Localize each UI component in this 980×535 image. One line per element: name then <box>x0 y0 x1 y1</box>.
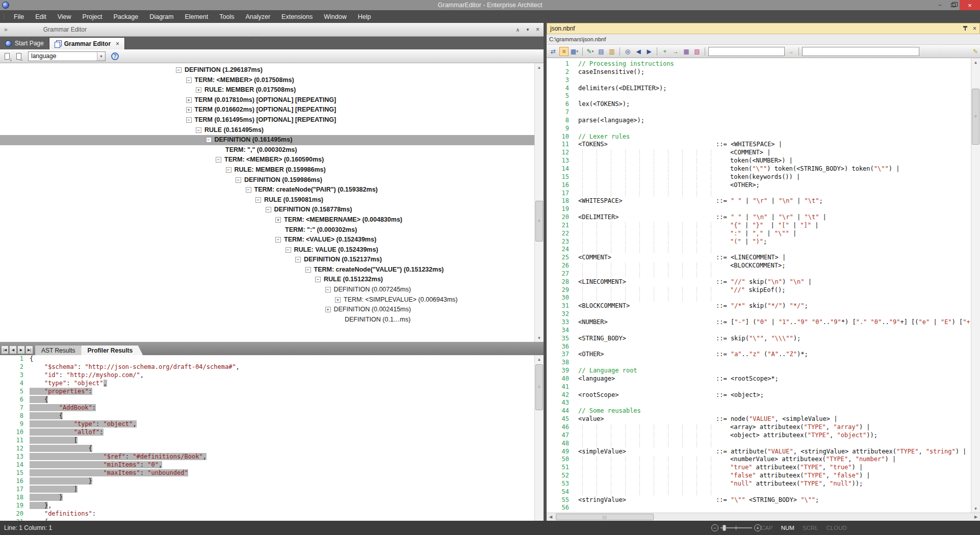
code-scrollbar-thumb[interactable] <box>972 89 979 145</box>
search-input[interactable] <box>708 47 785 56</box>
collapse-icon[interactable]: − <box>236 177 241 183</box>
collapse-icon[interactable]: − <box>246 187 251 193</box>
tree-row[interactable]: +DEFINITION (0.002415ms) <box>0 305 534 315</box>
copy-document-icon[interactable]: ▤ <box>597 47 606 56</box>
panel-collapse-button[interactable]: ∧ <box>516 27 520 33</box>
scroll-down-icon[interactable]: ▼ <box>971 504 980 513</box>
tree-row[interactable]: −DEFINITION (0.007245ms) <box>0 285 534 295</box>
menu-item-file[interactable]: File <box>8 11 30 22</box>
scroll-up-icon[interactable]: ▲ <box>535 63 544 71</box>
tab-grammar-editor[interactable]: Grammar Editor× <box>49 37 125 49</box>
zoom-in-icon[interactable]: + <box>754 524 761 531</box>
tree-row[interactable]: +TERM: <MEMBERNAME> (0.004830ms) <box>0 215 534 225</box>
collapse-icon[interactable]: − <box>266 207 271 212</box>
scroll-right-icon[interactable]: ▶ <box>972 513 980 521</box>
scroll-down-icon[interactable]: ▼ <box>535 334 544 342</box>
tree-row[interactable]: −RULE (0.151232ms) <box>0 275 534 285</box>
collapse-icon[interactable]: − <box>325 287 331 292</box>
tree-row[interactable]: −DEFINITION (0.161495ms) <box>0 135 534 145</box>
panel-close-button[interactable]: × <box>536 26 539 33</box>
dropdown-icon[interactable]: ▼ <box>576 50 579 53</box>
collapse-icon[interactable]: − <box>206 137 212 143</box>
expand-icon[interactable]: + <box>275 217 281 223</box>
tree-row[interactable]: TERM: "," (0.000302ms) <box>0 145 534 155</box>
expand-icon[interactable]: + <box>196 87 201 93</box>
last-tab-button[interactable]: ▶| <box>25 345 33 354</box>
tree-row[interactable]: −RULE (0.159081ms) <box>0 195 534 205</box>
combobox-dropdown-icon[interactable]: ▼ <box>97 52 105 61</box>
zoom-track[interactable] <box>720 527 752 528</box>
line-numbers-icon[interactable]: ≡ <box>559 47 569 56</box>
tree-row[interactable]: +RULE: MEMBER (0.017508ms) <box>0 85 534 95</box>
menu-item-package[interactable]: Package <box>108 11 144 22</box>
tree-scrollbar-thumb[interactable] <box>535 201 543 242</box>
expand-icon[interactable]: + <box>335 297 341 303</box>
paste-document-icon[interactable]: ▥ <box>607 47 616 56</box>
tab-start-page[interactable]: Start Page <box>0 37 49 49</box>
find-previous-icon[interactable]: ◀ <box>634 47 643 56</box>
dropdown-icon[interactable]: ▼ <box>591 50 595 53</box>
tree-row[interactable]: +TERM (0.017810ms) [OPTIONAL] [REPEATING… <box>0 95 534 105</box>
collapse-icon[interactable]: − <box>226 167 231 173</box>
zoom-thumb[interactable] <box>723 525 726 531</box>
tree-row[interactable]: −TERM: createNode("PAIR") (0.159382ms) <box>0 185 534 195</box>
menu-item-extensions[interactable]: Extensions <box>276 11 318 22</box>
scroll-up-icon[interactable]: ▲ <box>535 355 544 363</box>
goto-rule-icon[interactable]: → <box>671 47 680 56</box>
collapse-icon[interactable]: − <box>305 267 311 273</box>
expand-icon[interactable]: + <box>186 97 192 103</box>
tree-row[interactable]: −DEFINITION (1.296187ms) <box>0 65 534 75</box>
tree-row[interactable]: −TERM: <MEMBER> (0.017508ms) <box>0 75 534 86</box>
tree-row[interactable]: +TERM: <SIMPLEVALUE> (0.006943ms) <box>0 295 534 305</box>
tree-row[interactable]: −DEFINITION (0.159986ms) <box>0 175 534 185</box>
tree-row[interactable]: −RULE: MEMBER (0.159986ms) <box>0 165 534 175</box>
expand-icon[interactable]: + <box>186 107 192 113</box>
code-horizontal-scrollbar[interactable]: ◀ ▶ <box>547 513 980 521</box>
menu-item-project[interactable]: Project <box>77 11 108 22</box>
language-combobox[interactable]: language ▼ <box>28 51 106 61</box>
collapse-icon[interactable]: − <box>216 157 221 163</box>
find-next-icon[interactable]: ▶ <box>644 47 654 56</box>
tree-row[interactable]: −TERM: <MEMBER> (0.160590ms) <box>0 155 534 165</box>
export-grammar-icon[interactable]: → <box>14 51 23 61</box>
tree-vertical-scrollbar[interactable]: ▲ ▼ <box>534 63 544 342</box>
tree-row[interactable]: −TERM: createNode("VALUE") (0.151232ms) <box>0 265 534 275</box>
menu-item-window[interactable]: Window <box>318 11 352 22</box>
view-options-icon[interactable]: ▦▼ <box>570 47 579 56</box>
collapse-icon[interactable]: − <box>295 257 301 262</box>
document-close-button[interactable]: × <box>973 25 976 32</box>
tab-profiler-results[interactable]: Profiler Results <box>81 345 143 355</box>
tree-row[interactable]: −TERM: <VALUE> (0.152439ms) <box>0 235 534 245</box>
go-button[interactable]: → <box>786 47 795 56</box>
collapse-icon[interactable]: − <box>315 277 321 282</box>
menu-item-tools[interactable]: Tools <box>214 11 240 22</box>
collapse-icon[interactable]: − <box>186 117 192 123</box>
source-vertical-scrollbar[interactable]: ▲ ▼ <box>534 355 544 526</box>
command-input[interactable] <box>802 47 919 56</box>
grid-edit-icon[interactable]: ▦ <box>682 47 691 56</box>
next-tab-button[interactable]: ▶ <box>17 345 25 354</box>
restore-button[interactable] <box>946 0 960 10</box>
import-grammar-icon[interactable]: ↓ <box>3 51 12 61</box>
scribble-icon[interactable]: ✎ <box>971 47 980 56</box>
collapse-icon[interactable]: − <box>196 127 201 133</box>
tab-close-icon[interactable]: × <box>116 40 119 47</box>
collapse-icon[interactable]: − <box>255 197 261 203</box>
tree-row[interactable]: TERM: ":" (0.000302ms) <box>0 225 534 235</box>
collapse-icon[interactable]: − <box>176 67 182 73</box>
menu-item-element[interactable]: Element <box>179 11 214 22</box>
tree-row[interactable]: −TERM (0.161495ms) [OPTIONAL] [REPEATING… <box>0 115 534 125</box>
panel-expand-icon[interactable]: » <box>4 26 8 33</box>
menu-item-help[interactable]: Help <box>352 11 377 22</box>
zoom-slider[interactable]: − + <box>711 524 761 531</box>
first-tab-button[interactable]: |◀ <box>1 345 9 354</box>
collapse-icon[interactable]: − <box>286 247 291 253</box>
zoom-out-icon[interactable]: − <box>711 524 718 531</box>
tree-row[interactable]: +TERM (0.016602ms) [OPTIONAL] [REPEATING… <box>0 105 534 115</box>
tree-row[interactable]: −DEFINITION (0.152137ms) <box>0 255 534 265</box>
edit-icon[interactable]: ✎▼ <box>586 47 595 56</box>
tree-row[interactable]: DEFINITION (0.1…ms) <box>0 315 534 325</box>
hscrollbar-thumb[interactable] <box>556 514 654 520</box>
tree-row[interactable]: −RULE: VALUE (0.152439ms) <box>0 245 534 255</box>
nbnf-code-editor[interactable]: 1// Processing instructions2caseInsensit… <box>547 58 980 513</box>
